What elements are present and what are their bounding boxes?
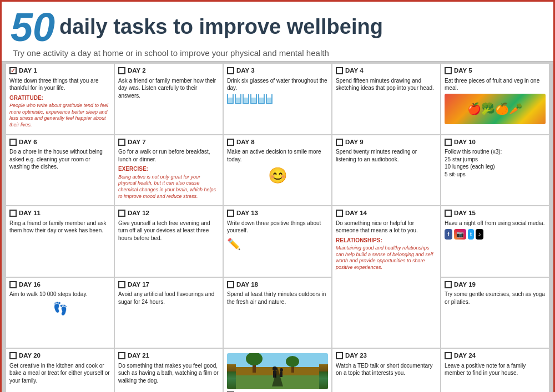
day-4-text: Spend fifteen minutes drawing and sketch… (336, 77, 437, 92)
day-6-text: Do a chore in the house without being as… (9, 148, 110, 171)
day-20-cell: DAY 20 Get creative in the kitchen and c… (6, 349, 114, 392)
day-21-text: Do something that makes you feel good, s… (118, 362, 219, 385)
day-23-label: DAY 23 (336, 352, 437, 360)
day-9-text: Spend twenty minutes reading or listenin… (336, 148, 437, 163)
day-18-checkbox[interactable] (227, 281, 234, 288)
day-10-checkbox[interactable] (445, 139, 452, 146)
day-14-checkbox[interactable] (336, 210, 343, 217)
day-4-label: DAY 4 (336, 67, 437, 75)
day-4-checkbox[interactable] (336, 67, 343, 74)
day-19-cell: DAY 19 Try some gentle exercises, such a… (441, 278, 549, 348)
day-15-label: DAY 15 (445, 209, 546, 218)
glass-3 (243, 94, 249, 104)
twitter-icon: t (468, 229, 475, 240)
day-13-label: DAY 13 (227, 209, 328, 218)
day-23-cell: DAY 23 Watch a TED talk or short documen… (332, 349, 440, 392)
day-19-checkbox[interactable] (445, 281, 452, 288)
day-3-checkbox[interactable] (227, 67, 234, 74)
day-2-cell: DAY 2 Ask a friend or family member how … (115, 64, 223, 134)
day-9-label: DAY 9 (336, 138, 437, 147)
facebook-icon: f (445, 229, 452, 240)
svg-point-6 (286, 356, 299, 367)
day-22-cell: DAY 22 Write down five things that you w… (224, 349, 331, 392)
day-1-label: DAY 1 (9, 67, 110, 75)
day-8-label: DAY 8 (227, 138, 328, 147)
day-4-cell: DAY 4 Spend fifteen minutes drawing and … (332, 64, 440, 134)
glass-2 (235, 94, 241, 104)
day-7-checkbox[interactable] (118, 139, 125, 146)
day-11-text: Ring a friend or family member and ask t… (9, 220, 110, 235)
day-24-cell: DAY 24 Leave a positive note for a famil… (441, 349, 549, 392)
day-6-cell: DAY 6 Do a chore in the house without be… (6, 135, 114, 206)
day-1-text: Write down three things that you are tha… (9, 77, 110, 92)
svg-rect-8 (273, 371, 276, 378)
water-glasses (227, 94, 328, 104)
day-17-label: DAY 17 (118, 281, 219, 289)
pencil-icon: ✏️ (227, 237, 328, 252)
day-11-checkbox[interactable] (9, 210, 17, 217)
svg-rect-2 (236, 367, 319, 375)
day-16-checkbox[interactable] (9, 281, 17, 288)
day-11-cell: DAY 11 Ring a friend or family member an… (6, 206, 114, 277)
day-24-text: Leave a positive note for a family membe… (445, 362, 546, 377)
day-19-text: Try some gentle exercises, such as yoga … (445, 291, 546, 306)
day-17-cell: DAY 17 Avoid any artificial food flavour… (115, 278, 223, 348)
gratitude-label: GRATITUDE: (9, 94, 110, 102)
day-14-text: Do something nice or helpful for someone… (336, 220, 437, 235)
day-2-label: DAY 2 (118, 67, 219, 75)
page: 50 daily tasks to improve wellbeing Try … (0, 0, 555, 392)
day-20-checkbox[interactable] (9, 352, 17, 359)
glass-1 (227, 94, 234, 104)
day-24-checkbox[interactable] (445, 352, 452, 359)
day-10-text: Follow this routine (x3):25 star jumps10… (445, 148, 546, 178)
exercise-text: Being active is not only great for your … (118, 174, 219, 200)
relationships-text: Maintaining good and healthy relationshp… (336, 245, 437, 271)
day-15-checkbox[interactable] (445, 210, 452, 217)
day-20-label: DAY 20 (9, 352, 110, 360)
day-3-text: Drink six glasses of water throughout th… (227, 77, 328, 92)
day-8-cell: DAY 8 Make an active decision to smile m… (224, 135, 331, 206)
day-1-cell: DAY 1 Write down three things that you a… (6, 64, 114, 134)
day-2-checkbox[interactable] (118, 67, 125, 74)
day-14-label: DAY 14 (336, 209, 437, 218)
day-17-text: Avoid any artificial food flavourings an… (118, 291, 219, 306)
day-9-checkbox[interactable] (336, 139, 343, 146)
day-19-label: DAY 19 (445, 281, 546, 289)
day-18-text: Spend at least thirty minutes outdoors i… (227, 291, 328, 306)
fruit-veg-image: 🍎🥦🍊🥕 (445, 94, 546, 124)
day-12-text: Give yourself a tech free evening and tu… (118, 220, 219, 242)
day-6-checkbox[interactable] (9, 139, 17, 146)
tiktok-icon: ♪ (476, 229, 483, 240)
day-13-checkbox[interactable] (227, 210, 234, 217)
day-23-checkbox[interactable] (336, 352, 343, 359)
social-media-icons: f 📷 t ♪ (445, 229, 546, 240)
day-9-cell: DAY 9 Spend twenty minutes reading or li… (332, 135, 440, 206)
day-6-label: DAY 6 (9, 138, 110, 147)
header-top: 50 daily tasks to improve wellbeing (11, 7, 544, 47)
exercise-label: EXERCISE: (118, 165, 219, 173)
day-16-label: DAY 16 (9, 281, 110, 289)
day-21-checkbox[interactable] (118, 352, 125, 359)
day-18-label: DAY 18 (227, 281, 328, 289)
day-20-text: Get creative in the kitchen and cook or … (9, 362, 110, 385)
day-13-cell: DAY 13 Write down three positive things … (224, 206, 331, 277)
day-8-checkbox[interactable] (227, 139, 234, 146)
day-5-checkbox[interactable] (445, 67, 452, 74)
gratitude-text: People who write about gratitude tend to… (9, 103, 110, 129)
subtitle: Try one activity a day at home or in sch… (13, 48, 544, 58)
day-5-cell: DAY 5 Eat three pieces of fruit and veg … (441, 64, 549, 134)
day-18-cell: DAY 18 Spend at least thirty minutes out… (224, 278, 331, 348)
day-3-label: DAY 3 (227, 67, 328, 75)
day-5-text: Eat three pieces of fruit and veg in one… (445, 77, 546, 92)
day-17-checkbox[interactable] (118, 281, 125, 288)
day-7-cell: DAY 7 Go for a walk or run before breakf… (115, 135, 223, 206)
day-21-cell: DAY 21 Do something that makes you feel … (115, 349, 223, 392)
day-1-checkbox[interactable] (9, 67, 17, 74)
day-7-text: Go for a walk or run before breakfast, l… (118, 148, 219, 163)
day-10-cell: DAY 10 Follow this routine (x3):25 star … (441, 135, 549, 206)
day-12-label: DAY 12 (118, 209, 219, 218)
day-24-label: DAY 24 (445, 352, 546, 360)
day-12-checkbox[interactable] (118, 210, 125, 217)
svg-point-7 (273, 366, 277, 371)
day-2-text: Ask a friend or family member how their … (118, 77, 219, 100)
